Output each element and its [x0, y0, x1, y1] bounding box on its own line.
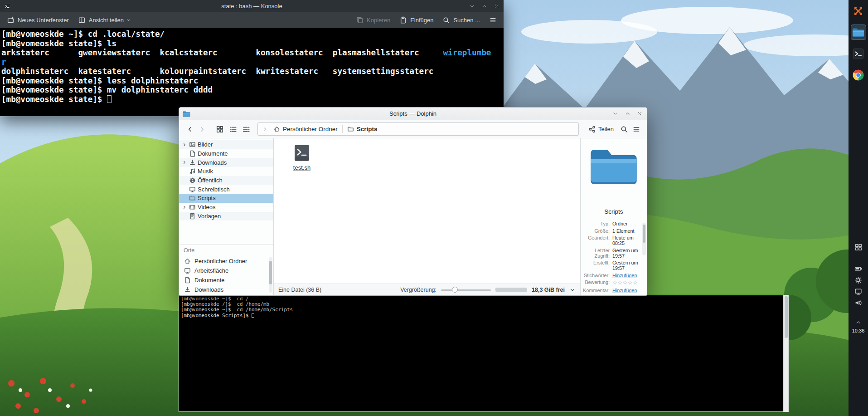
paste-button[interactable]: Einfügen	[395, 15, 437, 26]
desktop-icon	[189, 186, 196, 193]
new-tab-button[interactable]: Neues Unterfenster	[3, 15, 73, 26]
volume-icon[interactable]	[854, 299, 862, 307]
battery-icon[interactable]	[854, 265, 862, 273]
terminal-text: [mb@vomeoskde state]$ ls	[1, 39, 116, 48]
dolphin-search-button[interactable]	[618, 123, 630, 135]
zoom-slider[interactable]	[441, 286, 491, 294]
pager-icon[interactable]	[854, 243, 863, 251]
copy-button[interactable]: Kopieren	[352, 15, 394, 26]
sidebar-filler	[179, 220, 273, 244]
close-button[interactable]	[493, 3, 500, 10]
tree-item-schreibtisch[interactable]: Schreibtisch	[179, 185, 273, 194]
terminal-line: [mb@vomeoskde state]$	[1, 95, 504, 104]
minimize-button[interactable]	[611, 110, 619, 117]
close-button[interactable]	[636, 110, 643, 117]
tree-item-downloads[interactable]: Downloads	[179, 158, 273, 167]
view-icons-button[interactable]	[213, 123, 226, 135]
tree-item-vorlagen[interactable]: Vorlagen	[179, 212, 273, 221]
taskbar-icon-dolphin[interactable]	[851, 24, 866, 40]
terminal-text: [mb@vomeoskde ~]$ cd /home/mb/Scripts	[181, 307, 293, 313]
toolbar-button-label: Neues Unterfenster	[18, 17, 69, 24]
slider-handle[interactable]	[452, 287, 458, 293]
view-compact-button[interactable]	[240, 123, 252, 135]
konsole-titlebar[interactable]: state : bash — Konsole	[0, 0, 504, 12]
place-item-downloads[interactable]: Downloads	[179, 285, 273, 294]
window-buttons	[468, 3, 500, 10]
taskbar-icon-move-tool[interactable]	[851, 3, 866, 19]
slider-track[interactable]	[441, 289, 491, 291]
brightness-icon[interactable]	[854, 276, 862, 284]
toolbar-button-label: Kopieren	[367, 17, 390, 24]
detail-label: Geändert:	[582, 235, 610, 246]
scrollbar-handle[interactable]	[643, 225, 645, 243]
tree-item-videos[interactable]: Videos	[179, 203, 273, 212]
tree-item-label: Schreibtisch	[198, 186, 230, 193]
view-mode-group	[213, 123, 252, 135]
dolphin-body: BilderDokumenteDownloadsMusikÖffentlichS…	[179, 138, 647, 295]
maximize-button[interactable]	[624, 110, 631, 117]
expand-arrow[interactable]	[181, 160, 187, 166]
terminal-line: dolphinstaterc katestaterc kolourpaintst…	[1, 67, 504, 76]
detail-value: Ordner	[612, 221, 642, 226]
breadcrumb-home[interactable]: Persönlicher Ordner	[270, 123, 341, 135]
download-icon	[184, 286, 191, 293]
place-item-arbeitsfl-che[interactable]: Arbeitsfläche	[179, 266, 273, 275]
breadcrumb-current[interactable]: Scripts	[344, 123, 381, 135]
place-item-pers-nlicher-ordner[interactable]: Persönlicher Ordner	[179, 256, 273, 266]
add-link[interactable]: Hinzufügen	[612, 288, 642, 293]
statusbar-chevron-button[interactable]	[569, 287, 576, 293]
file-view[interactable]: test.sh	[274, 138, 580, 284]
tree-item-musik[interactable]: Musik	[179, 167, 273, 176]
taskbar-icon-konsole[interactable]	[851, 46, 866, 61]
share-button[interactable]: Teilen	[584, 124, 618, 135]
toolbar-left-group: Neues UnterfensterAnsicht teilen	[3, 15, 135, 26]
terminal2-scrollbar[interactable]	[783, 295, 788, 411]
terminal-text: arkstaterc gwenviewstaterc kcalcstaterc …	[1, 48, 443, 57]
minimize-button[interactable]	[468, 3, 475, 10]
dolphin-titlebar[interactable]: Scripts — Dolphin	[179, 108, 647, 120]
tree-item-scripts[interactable]: Scripts	[179, 194, 273, 203]
konsole-terminal[interactable]: [mb@vomeoskde ~]$ cd .local/state/[mb@vo…	[0, 28, 504, 116]
dolphin-app-icon	[183, 111, 190, 117]
info-scrollbar[interactable]	[642, 223, 646, 255]
tree-item-ffentlich[interactable]: Öffentlich	[179, 176, 273, 185]
menu-button[interactable]	[485, 15, 501, 26]
breadcrumb-expand-button[interactable]	[260, 123, 270, 135]
display-icon[interactable]	[854, 288, 862, 295]
places-scrollbar[interactable]	[269, 257, 272, 293]
add-link[interactable]: Hinzufügen	[612, 273, 642, 278]
chevron-right-icon	[182, 142, 187, 147]
expand-arrow[interactable]	[181, 204, 187, 210]
tree-item-label: Videos	[198, 204, 216, 210]
clock[interactable]: 10:36	[852, 328, 865, 333]
expand-spacer	[181, 186, 187, 192]
back-button[interactable]	[184, 123, 196, 135]
view-details-button[interactable]	[227, 123, 239, 135]
place-item-dokumente[interactable]: Dokumente	[179, 275, 273, 285]
tree-item-bilder[interactable]: Bilder	[179, 140, 273, 149]
toolbar-button-label: Suchen ...	[453, 17, 480, 24]
tree-item-dokumente[interactable]: Dokumente	[179, 149, 273, 158]
terminal2-window[interactable]: [mb@vomeoskde ~]$ cd /[mb@vomeoskde /]$ …	[179, 295, 789, 412]
taskbar-icon-chromium[interactable]	[851, 67, 866, 83]
expand-arrow[interactable]	[181, 142, 187, 147]
zoom-label: Vergrößerung:	[400, 287, 436, 293]
doc-icon	[189, 150, 196, 157]
taskbar-panel: 10:36	[849, 0, 868, 416]
system-tray: 10:36	[852, 243, 865, 333]
dolphin-menu-button[interactable]	[630, 123, 642, 135]
file-item-test-sh[interactable]: test.sh	[283, 144, 321, 171]
scrollbar-handle[interactable]	[269, 261, 272, 284]
forward-button[interactable]	[196, 123, 208, 135]
doc-icon	[184, 277, 191, 284]
tray-expand-icon[interactable]	[855, 319, 861, 325]
location-bar[interactable]: Persönlicher Ordner Scripts	[257, 122, 579, 136]
rating-stars[interactable]: ☆☆☆☆☆	[612, 279, 642, 286]
split-view-button[interactable]: Ansicht teilen	[74, 15, 135, 26]
maximize-button[interactable]	[480, 3, 488, 10]
tree-item-label: Scripts	[198, 195, 216, 201]
terminal2-screen[interactable]: [mb@vomeoskde ~]$ cd /[mb@vomeoskde /]$ …	[181, 296, 782, 411]
scrollbar-handle[interactable]	[785, 296, 788, 338]
folder-icon	[189, 195, 196, 201]
search-button[interactable]: Suchen ...	[438, 15, 484, 26]
